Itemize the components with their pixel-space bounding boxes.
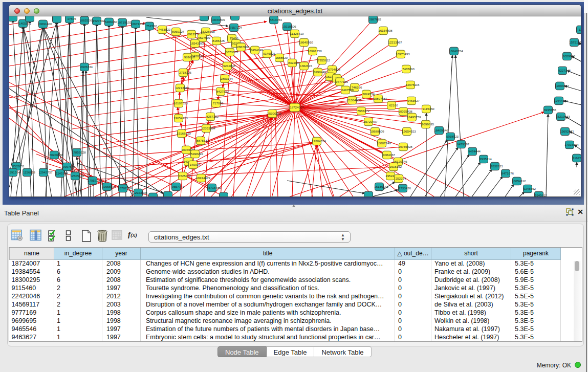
svg-text:16543382: 16543382 (190, 41, 204, 45)
svg-text:10807487: 10807487 (373, 97, 387, 100)
svg-text:2718126: 2718126 (179, 71, 192, 74)
svg-text:2867608: 2867608 (237, 45, 250, 49)
svg-text:9245652: 9245652 (524, 187, 536, 190)
svg-text:140994: 140994 (190, 163, 201, 166)
svg-text:16136141: 16136141 (374, 185, 388, 188)
svg-text:12093822: 12093822 (555, 84, 569, 87)
svg-text:1145194: 1145194 (56, 171, 68, 175)
svg-text:10973493: 10973493 (396, 52, 410, 56)
svg-text:19218506: 19218506 (282, 25, 296, 28)
svg-text:17957223: 17957223 (88, 179, 102, 182)
svg-text:9527509: 9527509 (198, 36, 211, 39)
svg-text:19166829: 19166829 (177, 132, 191, 135)
svg-text:8535051: 8535051 (12, 164, 25, 168)
svg-text:19756928: 19756928 (398, 145, 412, 148)
svg-text:19654923: 19654923 (173, 116, 188, 120)
svg-text:12975115: 12975115 (405, 83, 420, 86)
svg-text:19384554: 19384554 (312, 139, 326, 143)
svg-text:16961758: 16961758 (308, 49, 322, 53)
svg-text:3824554: 3824554 (362, 92, 375, 96)
svg-text:12923408: 12923408 (133, 191, 147, 194)
svg-text:9146821: 9146821 (263, 52, 276, 55)
svg-text:5938923: 5938923 (446, 135, 459, 138)
svg-text:12213967: 12213967 (388, 40, 402, 44)
svg-text:16409546: 16409546 (434, 128, 448, 132)
svg-text:15751074: 15751074 (569, 40, 581, 44)
svg-text:9345612: 9345612 (535, 193, 548, 197)
svg-text:8960124: 8960124 (172, 30, 185, 33)
svg-text:9657771: 9657771 (172, 185, 185, 188)
svg-text:20691406: 20691406 (38, 22, 52, 26)
svg-text:10654112: 10654112 (512, 179, 526, 183)
svg-text:16154808: 16154808 (378, 29, 393, 32)
svg-text:2935114: 2935114 (480, 157, 492, 161)
svg-text:8322037: 8322037 (288, 61, 301, 64)
svg-text:717006: 717006 (213, 101, 224, 105)
svg-text:10655267: 10655267 (79, 18, 94, 22)
svg-text:9227342: 9227342 (558, 69, 571, 72)
svg-text:9777169: 9777169 (336, 80, 349, 83)
svg-text:7625402: 7625402 (179, 174, 191, 178)
svg-text:10719155: 10719155 (117, 20, 132, 24)
svg-text:9699695: 9699695 (422, 122, 434, 126)
svg-text:8813054: 8813054 (270, 18, 282, 21)
svg-text:3673685: 3673685 (226, 50, 238, 54)
svg-text:18724007: 18724007 (290, 105, 304, 109)
svg-text:19654923: 19654923 (402, 129, 416, 133)
svg-text:15720407: 15720407 (363, 120, 378, 123)
svg-text:16210643: 16210643 (556, 115, 570, 118)
svg-text:5498222: 5498222 (191, 152, 204, 156)
svg-text:1588520: 1588520 (275, 56, 288, 59)
svg-text:9115460: 9115460 (422, 107, 434, 111)
svg-text:12353594: 12353594 (201, 126, 215, 130)
svg-text:8267150: 8267150 (206, 115, 219, 118)
svg-text:751552: 751552 (146, 24, 157, 28)
svg-text:8186325: 8186325 (212, 39, 225, 42)
svg-text:1527602: 1527602 (93, 19, 105, 23)
svg-text:2887682: 2887682 (369, 17, 382, 21)
svg-text:12942757: 12942757 (38, 170, 53, 174)
svg-text:11325419: 11325419 (290, 32, 304, 35)
svg-text:6479197: 6479197 (457, 142, 470, 146)
svg-text:8215955: 8215955 (544, 108, 557, 112)
svg-text:9242848: 9242848 (223, 64, 236, 68)
svg-text:8427552: 8427552 (216, 90, 229, 93)
svg-text:2803144: 2803144 (221, 77, 233, 80)
svg-text:18807249: 18807249 (377, 141, 391, 145)
svg-text:9084067: 9084067 (383, 153, 396, 157)
svg-text:9474444: 9474444 (468, 149, 481, 153)
svg-text:8454749: 8454749 (251, 48, 264, 52)
svg-text:8990448: 8990448 (314, 70, 326, 74)
svg-text:7485063: 7485063 (402, 67, 415, 71)
svg-text:16671355: 16671355 (130, 22, 145, 26)
svg-text:17016504: 17016504 (564, 143, 579, 146)
svg-text:6466160: 6466160 (105, 20, 118, 24)
svg-text:1167531: 1167531 (573, 156, 581, 160)
svg-text:7955812: 7955812 (318, 58, 331, 62)
svg-text:15716485: 15716485 (207, 186, 221, 189)
svg-text:25300213: 25300213 (267, 112, 281, 115)
svg-text:21364436: 21364436 (347, 98, 361, 102)
svg-text:1362615: 1362615 (300, 64, 313, 68)
svg-text:10688609: 10688609 (370, 129, 384, 133)
svg-text:1733426: 1733426 (399, 186, 411, 190)
svg-text:989616: 989616 (184, 55, 195, 59)
svg-text:7986372: 7986372 (357, 109, 370, 113)
svg-text:17859928: 17859928 (72, 150, 86, 154)
svg-text:9463627: 9463627 (407, 99, 420, 102)
svg-text:20206536: 20206536 (49, 153, 63, 157)
svg-text:391594: 391594 (10, 170, 20, 174)
svg-text:12444139: 12444139 (554, 99, 568, 102)
svg-text:16782759: 16782759 (118, 186, 132, 190)
svg-text:10025438: 10025438 (398, 110, 412, 113)
svg-text:9997588: 9997588 (63, 165, 76, 168)
svg-text:11171: 11171 (579, 28, 581, 31)
svg-text:12213389: 12213389 (175, 86, 189, 90)
svg-text:9329966: 9329966 (563, 54, 576, 58)
svg-text:8471676: 8471676 (502, 171, 514, 175)
svg-text:8878332: 8878332 (197, 139, 209, 142)
svg-text:15226058: 15226058 (201, 30, 215, 33)
svg-text:16495759: 16495759 (407, 115, 421, 119)
svg-text:10033809: 10033809 (211, 18, 225, 21)
svg-text:7632621: 7632621 (491, 164, 504, 168)
